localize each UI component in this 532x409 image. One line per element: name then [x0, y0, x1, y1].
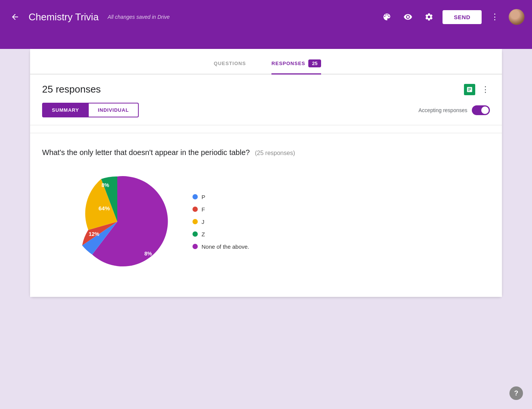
palette-button[interactable] — [379, 9, 394, 24]
help-button[interactable]: ? — [509, 386, 523, 400]
back-button[interactable] — [8, 9, 23, 24]
page-title: Chemistry Trivia — [29, 11, 99, 23]
responses-badge: 25 — [308, 59, 321, 67]
sheets-export-button[interactable] — [464, 84, 475, 95]
avatar[interactable] — [509, 9, 524, 25]
tab-questions[interactable]: QUESTIONS — [211, 53, 249, 73]
legend-item-p: P — [192, 194, 249, 200]
send-button[interactable]: SEND — [443, 10, 482, 24]
individual-button[interactable]: INDIVIDUAL — [89, 103, 138, 117]
pie-chart: 64% 8% 8% 12% 8% — [65, 169, 170, 274]
legend-item-f: F — [192, 206, 249, 213]
question-section: What's the only letter that doesn't appe… — [30, 133, 502, 297]
question-text: What's the only letter that doesn't appe… — [42, 148, 250, 157]
svg-text:8%: 8% — [83, 256, 91, 262]
preview-button[interactable] — [400, 9, 415, 24]
save-status: All changes saved in Drive — [108, 14, 170, 20]
accepting-toggle[interactable] — [472, 105, 490, 115]
response-count: 25 responses — [42, 84, 101, 95]
view-toggle: SUMMARY INDIVIDUAL — [42, 103, 139, 117]
legend-item-none: None of the above. — [192, 243, 249, 250]
chart-legend: P F J Z — [192, 194, 249, 250]
svg-text:64%: 64% — [99, 205, 110, 211]
summary-button[interactable]: SUMMARY — [42, 103, 89, 117]
accepting-label: Accepting responses — [418, 107, 467, 113]
svg-text:12%: 12% — [89, 231, 100, 237]
svg-text:8%: 8% — [144, 251, 152, 257]
more-options-button[interactable]: ⋮ — [488, 9, 503, 24]
response-more-button[interactable]: ⋮ — [481, 85, 490, 94]
legend-item-j: J — [192, 219, 249, 225]
sheets-icon — [464, 84, 475, 95]
svg-text:8%: 8% — [102, 182, 109, 188]
legend-item-z: Z — [192, 231, 249, 237]
tab-responses[interactable]: RESPONSES — [271, 61, 305, 72]
question-response-count: (25 responses) — [255, 150, 295, 156]
settings-button[interactable] — [421, 9, 437, 24]
